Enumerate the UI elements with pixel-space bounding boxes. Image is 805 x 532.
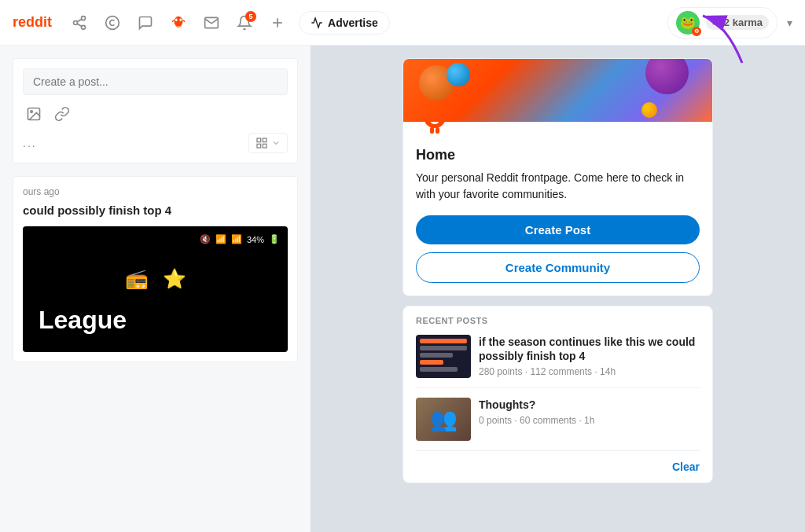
right-panel: Home Your personal Reddit frontpage. Com… (311, 46, 805, 532)
advertise-button[interactable]: Advertise (299, 11, 390, 35)
recent-post-item-2[interactable]: 👥 Thoughts? 0 points · 60 comments · 1h (416, 398, 700, 451)
layout-toggle[interactable] (248, 133, 288, 153)
recent-post-meta-2: 0 points · 60 comments · 1h (479, 415, 594, 426)
recent-post-info-1: if the season continues like this we cou… (479, 335, 700, 377)
svg-rect-15 (257, 144, 261, 148)
home-description: Your personal Reddit frontpage. Come her… (416, 170, 700, 203)
left-panel: ... ours ago could possibly finish top 4… (0, 46, 311, 532)
svg-rect-24 (436, 127, 439, 134)
svg-point-12 (31, 111, 33, 113)
phone-app-icons: 📻 ⭐ (125, 268, 186, 290)
user-karma-button[interactable]: 🐸 ⚙ 452 karma (667, 7, 777, 39)
copyright-icon[interactable] (101, 11, 124, 35)
create-post-button[interactable]: Create Post (416, 215, 700, 244)
home-card: Home Your personal Reddit frontpage. Com… (402, 58, 713, 296)
messages-icon[interactable] (200, 11, 223, 35)
recent-post-title-2: Thoughts? (479, 398, 594, 412)
svg-point-7 (175, 18, 178, 21)
recent-post-item[interactable]: if the season continues like this we cou… (416, 335, 700, 388)
post-title-input[interactable] (23, 68, 288, 95)
reddit-logo[interactable]: reddit (13, 14, 52, 31)
composer-bottom-toolbar: ... (23, 133, 288, 153)
banner-planet-2 (447, 63, 470, 86)
create-community-button[interactable]: Create Community (416, 252, 700, 283)
post-image: 🔇📶📶34%🔋 📻 ⭐ League (23, 226, 288, 352)
clear-section: Clear (416, 460, 700, 473)
post-composer: ... (13, 58, 298, 163)
avatar-gear-icon: ⚙ (692, 27, 701, 36)
alien-icon[interactable] (167, 11, 190, 35)
recent-post-thumbnail-1 (416, 335, 471, 378)
svg-line-3 (77, 24, 82, 26)
svg-line-4 (77, 19, 82, 21)
image-upload-icon[interactable] (23, 103, 45, 125)
post-title: could possibly finish top 4 (23, 202, 288, 218)
league-text: League (31, 306, 127, 335)
recent-post-thumbnail-2: 👥 (416, 398, 471, 441)
recent-posts-heading: RECENT POSTS (416, 316, 700, 325)
link-icon[interactable] (51, 103, 73, 125)
svg-rect-23 (430, 127, 434, 134)
share-icon[interactable] (68, 11, 91, 35)
add-button[interactable] (266, 11, 289, 35)
recent-post-meta-1: 280 points · 112 comments · 14h (479, 366, 700, 377)
more-options-button[interactable]: ... (23, 137, 37, 149)
recent-post-info-2: Thoughts? 0 points · 60 comments · 1h (479, 398, 594, 426)
svg-rect-13 (257, 138, 261, 142)
karma-label: 452 karma (706, 15, 769, 30)
clear-button[interactable]: Clear (672, 460, 700, 473)
notification-badge: 5 (245, 11, 256, 22)
composer-toolbar (23, 103, 288, 125)
user-menu-chevron[interactable]: ▾ (787, 17, 792, 29)
avatar: 🐸 ⚙ (676, 11, 700, 35)
recent-posts-card: RECENT POSTS if the season continues lik… (402, 306, 713, 483)
recent-post-title-1: if the season continues like this we cou… (479, 335, 700, 363)
svg-rect-14 (263, 138, 266, 142)
top-navigation: reddit (0, 0, 805, 46)
svg-rect-16 (263, 144, 266, 148)
banner-planet-4 (641, 102, 657, 118)
post-item-left: ours ago could possibly finish top 4 🔇📶📶… (13, 176, 298, 362)
banner-planet-3 (645, 59, 689, 94)
phone-status-bar: 🔇📶📶34%🔋 (200, 234, 280, 244)
notifications-bell[interactable]: 5 (233, 11, 256, 35)
svg-point-5 (106, 16, 119, 29)
home-card-body: Home Your personal Reddit frontpage. Com… (403, 103, 712, 295)
post-time: ours ago (23, 186, 288, 197)
svg-point-8 (179, 18, 182, 21)
home-card-banner (403, 59, 712, 122)
chat-icon[interactable] (134, 11, 157, 35)
home-title: Home (416, 147, 700, 163)
